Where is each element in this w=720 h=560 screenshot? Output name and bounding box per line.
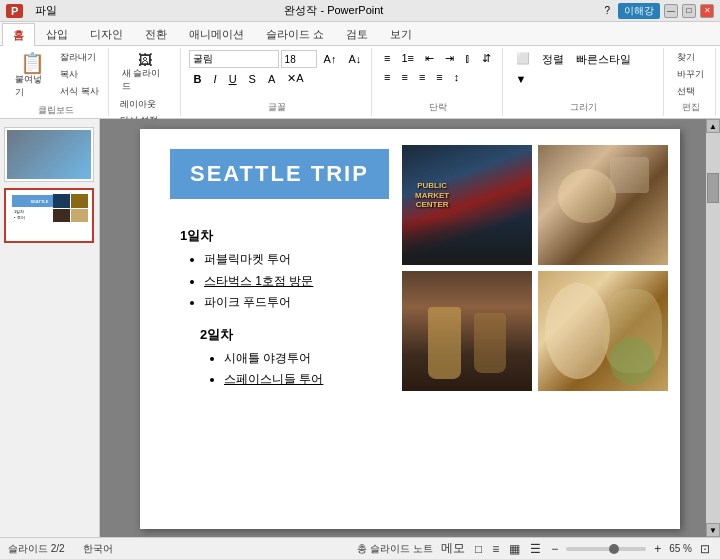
arrange-button[interactable]: 정렬 (537, 50, 569, 69)
decrease-indent-button[interactable]: ⇤ (420, 50, 439, 67)
slide-thumb-container-1: 1 (4, 127, 95, 182)
slides-group: 🖼 새 슬라이드 레이아웃 다시 설정 구역 슬라이드 (111, 48, 181, 116)
font-size-input[interactable] (281, 50, 317, 68)
user-badge: 이해강 (618, 3, 660, 19)
font-row2: B I U S A ✕A (189, 70, 365, 87)
quick-styles-button[interactable]: 빠른스타일 (571, 50, 636, 69)
tab-slideshow[interactable]: 슬라이드 쇼 (255, 23, 335, 45)
title-bar: P 파일 완성작 - PowerPoint ? 이해강 — □ ✕ (0, 0, 720, 22)
shadow-button[interactable]: S (244, 71, 261, 87)
cut-button[interactable]: 잘라내기 (57, 50, 102, 65)
justify-button[interactable]: ≡ (431, 69, 447, 85)
paragraph-group: ≡ 1≡ ⇤ ⇥ ⫿ ⇵ ≡ ≡ ≡ ≡ ↕ 단락 (374, 48, 503, 116)
editing-content: 찾기 바꾸기 선택 (674, 50, 707, 99)
language-status: 한국어 (83, 542, 113, 556)
columns-button[interactable]: ⫿ (460, 50, 476, 67)
zoom-out-button[interactable]: − (549, 541, 560, 557)
clipboard-secondary: 잘라내기 복사 서식 복사 (57, 50, 102, 99)
total-slides-label: 총 슬라이드 노트 (357, 542, 433, 556)
scroll-down-button[interactable]: ▼ (706, 523, 720, 537)
slide-panel: 1 2 SEATTLE 1일차 • 투어 (0, 119, 100, 537)
photos-grid: PUBLICMARKETCENTER (402, 145, 668, 391)
notes-button[interactable]: 메모 (439, 539, 467, 558)
view-normal-button[interactable]: □ (473, 541, 484, 557)
font-label: 글꼴 (268, 99, 286, 114)
editing-group: 찾기 바꾸기 선택 편집 (666, 48, 716, 116)
tab-insert[interactable]: 삽입 (35, 23, 79, 45)
line-spacing-button[interactable]: ↕ (449, 69, 465, 85)
slide-thumb-2[interactable]: SEATTLE 1일차 • 투어 (4, 188, 94, 243)
align-center-button[interactable]: ≡ (397, 69, 413, 85)
title-bar-right: ? 이해강 — □ ✕ (604, 3, 714, 19)
main-workspace: 1 2 SEATTLE 1일차 • 투어 (0, 119, 720, 537)
increase-font-button[interactable]: A↑ (319, 51, 342, 67)
format-painter-button[interactable]: 서식 복사 (57, 84, 102, 99)
slide-thumb-1[interactable] (4, 127, 94, 182)
clipboard-group: 📋 붙여넣기 잘라내기 복사 서식 복사 클립보드 (4, 48, 109, 116)
tab-transition[interactable]: 전환 (134, 23, 178, 45)
zoom-thumb[interactable] (609, 544, 619, 554)
ribbon-tabs: 홈 삽입 디자인 전환 애니메이션 슬라이드 쇼 검토 보기 (0, 22, 720, 46)
para-row2: ≡ ≡ ≡ ≡ ↕ (379, 69, 496, 85)
photo-cafe (538, 145, 668, 265)
bullet-button[interactable]: ≡ (379, 50, 395, 67)
ribbon-content: 📋 붙여넣기 잘라내기 복사 서식 복사 클립보드 🖼 새 슬라이드 (0, 46, 720, 118)
shape-button[interactable]: ⬜ (511, 50, 535, 69)
new-slide-icon: 🖼 (138, 53, 152, 67)
tab-home[interactable]: 홈 (2, 23, 35, 46)
ribbon: 홈 삽입 디자인 전환 애니메이션 슬라이드 쇼 검토 보기 📋 붙여넣기 잘라… (0, 22, 720, 119)
increase-indent-button[interactable]: ⇥ (440, 50, 459, 67)
font-name-input[interactable] (189, 50, 279, 68)
text-dir-button[interactable]: ⇵ (477, 50, 496, 67)
layout-button[interactable]: 레이아웃 (117, 97, 174, 112)
number-list-button[interactable]: 1≡ (397, 50, 420, 67)
drawing-group: ⬜ 정렬 빠른스타일 ▼ 그리기 (505, 48, 665, 116)
app-icon: P (6, 4, 23, 18)
drawing-label: 그리기 (570, 99, 597, 114)
view-grid-button[interactable]: ▦ (507, 541, 522, 557)
view-outline-button[interactable]: ≡ (490, 541, 501, 557)
fit-button[interactable]: ⊡ (698, 541, 712, 557)
menu-file[interactable]: 파일 (29, 1, 63, 20)
shape-fill-button[interactable]: ▼ (511, 71, 532, 87)
paste-icon: 📋 (20, 53, 45, 73)
tab-view[interactable]: 보기 (379, 23, 423, 45)
align-left-button[interactable]: ≡ (379, 69, 395, 85)
paste-label: 붙여넣기 (15, 73, 50, 99)
font-color-button[interactable]: A (263, 71, 280, 87)
slide-thumb-container-2: 2 SEATTLE 1일차 • 투어 (4, 188, 95, 243)
clear-format-button[interactable]: ✕A (282, 70, 308, 87)
editing-label: 편집 (682, 99, 700, 114)
scroll-thumb[interactable] (707, 173, 719, 203)
underline-button[interactable]: U (224, 71, 242, 87)
decrease-font-button[interactable]: A↓ (343, 51, 366, 67)
scroll-up-button[interactable]: ▲ (706, 119, 720, 133)
select-button[interactable]: 선택 (674, 84, 707, 99)
min-button[interactable]: — (664, 4, 678, 18)
italic-button[interactable]: I (209, 71, 222, 87)
font-row1: A↑ A↓ (189, 50, 365, 68)
slide-area[interactable]: SEATTLE TRIP 1일차 퍼블릭마켓 투어 스타벅스 1호점 방문 파이… (100, 119, 720, 537)
align-right-button[interactable]: ≡ (414, 69, 430, 85)
tab-review[interactable]: 검토 (335, 23, 379, 45)
find-button[interactable]: 찾기 (674, 50, 707, 65)
tab-animation[interactable]: 애니메이션 (178, 23, 255, 45)
close-button[interactable]: ✕ (700, 4, 714, 18)
bold-button[interactable]: B (189, 71, 207, 87)
para-content: ≡ 1≡ ⇤ ⇥ ⫿ ⇵ ≡ ≡ ≡ ≡ ↕ (379, 50, 496, 85)
tab-design[interactable]: 디자인 (79, 23, 134, 45)
zoom-in-button[interactable]: + (652, 541, 663, 557)
scroll-track[interactable] (706, 133, 720, 523)
photo-food (538, 271, 668, 391)
slide-title-box[interactable]: SEATTLE TRIP (170, 149, 389, 199)
help-button[interactable]: ? (604, 5, 610, 16)
copy-button[interactable]: 복사 (57, 67, 102, 82)
zoom-level: 65 % (669, 543, 692, 554)
view-presenter-button[interactable]: ☰ (528, 541, 543, 557)
zoom-slider[interactable] (566, 547, 646, 551)
new-slide-button[interactable]: 🖼 새 슬라이드 (117, 50, 174, 96)
vertical-scrollbar[interactable]: ▲ ▼ (706, 119, 720, 537)
paste-button[interactable]: 📋 붙여넣기 (10, 50, 55, 102)
replace-button[interactable]: 바꾸기 (674, 67, 707, 82)
max-button[interactable]: □ (682, 4, 696, 18)
